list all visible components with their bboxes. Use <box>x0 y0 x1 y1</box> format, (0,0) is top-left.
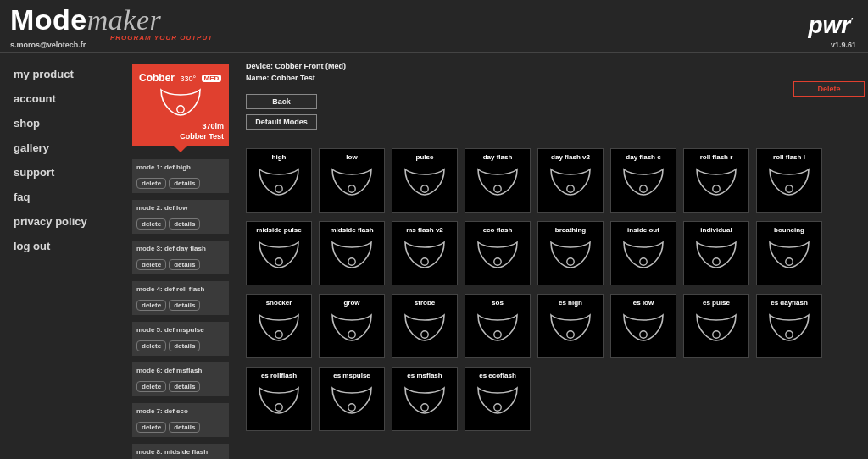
nav-item-faq[interactable]: faq <box>14 191 125 203</box>
mode-delete-button[interactable]: delete <box>136 381 166 392</box>
nav-item-my-product[interactable]: my product <box>14 68 125 80</box>
mode-delete-button[interactable]: delete <box>136 340 166 351</box>
mode-tile[interactable]: bouncing <box>756 221 822 285</box>
mode-tile[interactable]: midside flash <box>319 221 385 285</box>
mode-column: Cobber 330° MED 370lm Cobber Test mode 1… <box>125 53 236 459</box>
mode-tile-label: eco flash <box>465 226 530 234</box>
cobber-icon <box>620 239 666 271</box>
mode-tile[interactable]: es high <box>537 294 604 358</box>
mode-tile-label: pulse <box>392 153 457 161</box>
mode-delete-button[interactable]: delete <box>136 218 166 230</box>
cobber-icon <box>548 166 593 198</box>
cobber-icon <box>620 166 666 198</box>
mode-tile[interactable]: es msflash <box>392 367 458 431</box>
nav-item-privacy-policy[interactable]: privacy policy <box>14 215 125 228</box>
cobber-icon <box>475 384 520 417</box>
mode-details-button[interactable]: details <box>169 300 200 311</box>
cobber-icon <box>402 166 448 198</box>
user-email[interactable]: s.moros@velotech.fr <box>10 41 86 49</box>
mode-tile-label: es mspulse <box>320 372 384 379</box>
mode-slot-label: mode 7: def eco <box>136 407 225 415</box>
cobber-icon <box>475 166 520 198</box>
mode-tile[interactable]: sos <box>465 294 531 358</box>
mode-tile[interactable]: inside out <box>610 221 676 285</box>
mode-tile[interactable]: day flash c <box>610 148 676 213</box>
product-card[interactable]: Cobber 330° MED 370lm Cobber Test <box>132 64 229 146</box>
mode-details-button[interactable]: details <box>169 178 200 189</box>
cobber-icon <box>766 166 812 198</box>
cobber-icon <box>329 239 375 271</box>
mode-tile[interactable]: es ecoflash <box>465 367 531 431</box>
mode-tile-label: es dayflash <box>757 299 821 307</box>
mode-details-button[interactable]: details <box>169 218 200 230</box>
cobber-icon <box>329 166 375 198</box>
mode-tile-label: individual <box>684 226 748 234</box>
mode-tile[interactable]: es rollflash <box>246 367 312 431</box>
cobber-icon <box>256 384 302 417</box>
mode-delete-button[interactable]: delete <box>136 300 166 311</box>
mode-tile[interactable]: roll flash r <box>683 148 749 213</box>
nav-item-account[interactable]: account <box>14 92 125 105</box>
nav-item-support[interactable]: support <box>14 166 125 179</box>
mode-slot: mode 6: def msflashdeletedetails <box>132 362 229 396</box>
header: Modemaker PROGRAM YOUR OUTPUT s.moros@ve… <box>0 0 868 53</box>
mode-tile[interactable]: pulse <box>392 148 458 213</box>
mode-tile[interactable]: grow <box>319 294 385 358</box>
delete-button[interactable]: Delete <box>793 81 865 97</box>
mode-tile[interactable]: eco flash <box>465 221 531 285</box>
mode-slot-label: mode 8: midside flash <box>136 448 225 456</box>
product-card-pointer <box>174 146 187 152</box>
mode-tile[interactable]: strobe <box>392 294 458 358</box>
mode-tile[interactable]: roll flash l <box>756 148 822 213</box>
mode-slot: mode 4: def roll flashdeletedetails <box>132 281 229 315</box>
mode-tile[interactable]: ms flash v2 <box>392 221 458 285</box>
mode-tile-label: strobe <box>392 299 457 307</box>
mode-delete-button[interactable]: delete <box>136 259 166 270</box>
mode-delete-button[interactable]: delete <box>136 178 166 189</box>
mode-tile[interactable]: breathing <box>537 221 604 285</box>
nav-item-gallery[interactable]: gallery <box>14 141 125 154</box>
mode-delete-button[interactable]: delete <box>136 422 166 433</box>
mode-tile[interactable]: individual <box>683 221 749 285</box>
mode-tile-grid: highlowpulseday flashday flash v2day fla… <box>246 148 856 431</box>
cobber-icon <box>693 166 739 198</box>
mode-details-button[interactable]: details <box>169 340 200 351</box>
nav-item-shop[interactable]: shop <box>14 117 125 130</box>
mode-slot-label: mode 2: def low <box>136 204 225 212</box>
mode-tile-label: inside out <box>611 226 676 234</box>
mode-tile[interactable]: day flash v2 <box>537 148 604 213</box>
mode-slot: mode 3: def day flashdeletedetails <box>132 241 229 274</box>
mode-tile-label: ms flash v2 <box>392 226 457 234</box>
mode-tile[interactable]: es low <box>610 294 676 358</box>
mode-tile[interactable]: es mspulse <box>319 367 385 431</box>
nav-item-log-out[interactable]: log out <box>14 240 125 252</box>
mode-tile[interactable]: midside pulse <box>246 221 312 285</box>
default-modes-button[interactable]: Default Modes <box>246 114 317 130</box>
mode-details-button[interactable]: details <box>169 422 200 433</box>
mode-tile[interactable]: shocker <box>246 294 312 358</box>
cobber-icon <box>620 312 666 344</box>
brand-tagline: PROGRAM YOUR OUTPUT <box>110 34 213 41</box>
cobber-icon <box>402 239 448 271</box>
main-panel: Device: Cobber Front (Med) Name: Cobber … <box>236 53 868 459</box>
mode-tile[interactable]: low <box>319 148 385 213</box>
mode-tile-label: day flash v2 <box>538 153 603 161</box>
product-card-angle: 330° <box>180 75 196 83</box>
product-card-name: Cobber Test <box>180 132 224 141</box>
cobber-icon <box>548 239 593 271</box>
mode-tile-label: grow <box>320 299 384 307</box>
mode-tile-label: sos <box>465 299 530 307</box>
cobber-icon <box>256 166 302 198</box>
mode-tile-label: bouncing <box>757 226 821 234</box>
mode-tile[interactable]: es dayflash <box>756 294 822 358</box>
mode-details-button[interactable]: details <box>169 381 200 392</box>
mode-details-button[interactable]: details <box>169 259 200 270</box>
cobber-icon <box>693 239 739 271</box>
cobber-icon <box>329 312 375 344</box>
mode-tile[interactable]: day flash <box>465 148 531 213</box>
mode-tile[interactable]: es pulse <box>683 294 749 358</box>
mode-tile[interactable]: high <box>246 148 312 213</box>
cobber-icon <box>548 312 593 344</box>
mode-tile-label: midside pulse <box>247 226 311 234</box>
back-button[interactable]: Back <box>246 94 317 109</box>
